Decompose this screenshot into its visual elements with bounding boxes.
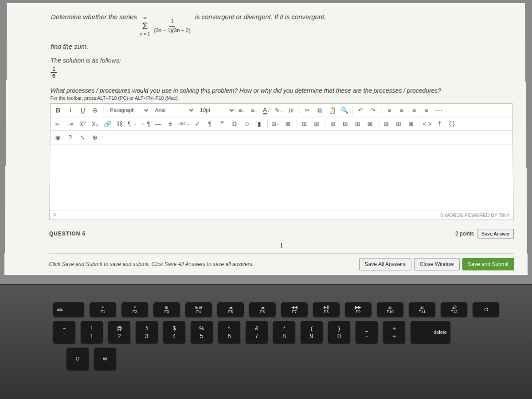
solution-label: The solution is as follows: xyxy=(51,57,512,64)
key-f2: ☀F2 xyxy=(121,302,148,317)
unlink-button[interactable]: ⛓ xyxy=(114,118,125,129)
close-window-button[interactable]: Close Window xyxy=(414,258,460,270)
key-1: !1 xyxy=(81,321,103,343)
table-button[interactable]: ⊞ ⌄ xyxy=(270,118,282,129)
bullet-list-button[interactable]: ≡ ⌄ xyxy=(236,105,247,116)
key-f11: 🔉F11 xyxy=(409,302,435,317)
rtl-button[interactable]: ←¶ xyxy=(139,118,151,129)
cell-delete-button[interactable]: ⊠ xyxy=(405,118,417,129)
font-size-select[interactable]: 10pt xyxy=(196,105,235,116)
key-f6: ☁F6 xyxy=(249,302,276,317)
insert-col-left-button[interactable]: ⊞ xyxy=(327,118,339,129)
rich-text-editor: B I U S Paragraph Arial 10pt ≡ ⌄ ≡ ⌄ A ⌄… xyxy=(49,103,514,220)
undo-button[interactable]: ↶ xyxy=(355,105,367,116)
question-line-1: Determine whether the series ∞ Σ n = 1 1… xyxy=(51,12,512,38)
strike-button[interactable]: S xyxy=(90,105,101,116)
spellcheck-button[interactable]: ABC ⌄ xyxy=(177,118,191,129)
key-2: @2 xyxy=(108,321,130,343)
more-button[interactable]: ⋯ xyxy=(433,105,444,116)
subquestion-text: What processes / procedures would you us… xyxy=(50,87,512,94)
key-7: &7 xyxy=(246,321,268,343)
key-8: *8 xyxy=(273,321,295,343)
cut-button[interactable]: ✂ xyxy=(301,105,313,116)
redo-button[interactable]: ↷ xyxy=(367,105,379,116)
add-button[interactable]: ⊕ xyxy=(89,132,101,143)
key-f7: ◀◀F7 xyxy=(281,302,308,317)
insert-col-right-button[interactable]: ⊞ xyxy=(340,118,351,129)
key-9: (9 xyxy=(301,321,323,343)
insert-row-below-button[interactable]: ⊞ xyxy=(311,118,322,129)
save-and-submit-button[interactable]: Save and Submit xyxy=(462,258,514,270)
editor-content-area[interactable] xyxy=(50,145,513,211)
checkmark-button[interactable]: ✓ xyxy=(192,118,203,129)
key-minus: _- xyxy=(356,321,378,343)
code-sample-button[interactable]: {;} xyxy=(446,118,458,129)
hr-button[interactable]: — xyxy=(153,118,164,129)
key-delete: delete xyxy=(411,321,450,343)
code-view-button[interactable]: < > xyxy=(421,118,433,129)
key-esc: esc xyxy=(53,302,84,317)
key-6: ^6 xyxy=(218,321,240,343)
anchor-button[interactable]: ▮ xyxy=(254,118,265,129)
key-5: %5 xyxy=(191,321,213,343)
bold-button[interactable]: B xyxy=(52,105,64,116)
outdent-button[interactable]: ⇤ xyxy=(52,118,64,129)
toolbar-hint: For the toolbar, press ALT+F10 (PC) or A… xyxy=(50,95,512,101)
search-button[interactable]: 🔍 xyxy=(339,105,350,116)
font-family-select[interactable]: Arial xyxy=(151,105,195,116)
italic-button[interactable]: I xyxy=(65,105,76,116)
preview-button[interactable]: ◉ xyxy=(52,132,64,143)
text-color-button[interactable]: A ⌄ xyxy=(261,105,272,116)
table-props-button[interactable]: ⊠ xyxy=(364,118,376,129)
copy-button[interactable]: ⧉ xyxy=(314,105,325,116)
insert-row-above-button[interactable]: ⊞ xyxy=(298,118,310,129)
save-answer-button[interactable]: Save Answer xyxy=(477,229,514,239)
editor-path[interactable]: P xyxy=(53,212,56,218)
blockquote-button[interactable]: ❞ xyxy=(216,118,228,129)
key-w: W xyxy=(94,348,116,370)
help-button[interactable]: ? xyxy=(64,132,76,143)
align-justify-button[interactable]: ≡ xyxy=(421,105,432,116)
fullscreen-button[interactable]: ⤡ xyxy=(77,132,88,143)
subscript-button[interactable]: X₂ xyxy=(89,118,101,129)
key-f1: ☀F1 xyxy=(90,302,116,317)
highlight-button[interactable]: ✎ ⌄ xyxy=(273,105,285,116)
question-5-title: QUESTION 5 xyxy=(49,231,86,237)
key-f9: ▶▶F9 xyxy=(345,302,372,317)
key-f12: 🔊F12 xyxy=(441,302,467,317)
key-equals: += xyxy=(383,321,405,343)
cell-insert-button[interactable]: ⊞ xyxy=(380,118,392,129)
toolbar-row-1: B I U S Paragraph Arial 10pt ≡ ⌄ ≡ ⌄ A ⌄… xyxy=(51,104,512,117)
key-f3: ⊞F3 xyxy=(153,302,180,317)
save-all-answers-button[interactable]: Save All Answers xyxy=(359,258,411,270)
ltr-button[interactable]: ¶→ xyxy=(126,118,139,129)
key-f8: ▶||F8 xyxy=(313,302,340,317)
accessibility-button[interactable]: † xyxy=(434,118,445,129)
align-right-button[interactable]: ≡ xyxy=(408,105,420,116)
paragraph-button[interactable]: ¶ xyxy=(204,118,215,129)
merge-cells-button[interactable]: ⊞ xyxy=(352,118,363,129)
clear-format-button[interactable]: Ix xyxy=(286,105,297,116)
question-5-points: 2 points xyxy=(455,231,474,237)
number-list-button[interactable]: ≡ ⌄ xyxy=(248,105,260,116)
paste-button[interactable]: 📋 xyxy=(326,105,338,116)
block-format-select[interactable]: Paragraph xyxy=(106,105,149,116)
nbsp-button[interactable]: ± xyxy=(164,118,176,129)
key-f10: 🔈F10 xyxy=(377,302,403,317)
q5-number: 1 xyxy=(49,242,514,249)
align-center-button[interactable]: ≡ xyxy=(396,105,407,116)
link-button[interactable]: 🔗 xyxy=(102,118,113,129)
key-tilde: ~` xyxy=(53,321,75,343)
indent-button[interactable]: ⇥ xyxy=(65,118,76,129)
cell-props-button[interactable]: ⊞ xyxy=(393,118,404,129)
key-f4: ⊞⊞F4 xyxy=(185,302,212,317)
align-left-button[interactable]: ≡ xyxy=(383,105,395,116)
emoji-button[interactable]: ☺ xyxy=(241,118,253,129)
key-q: Q xyxy=(66,348,89,370)
underline-button[interactable]: U xyxy=(77,105,89,116)
special-char-button[interactable]: Ω xyxy=(229,118,240,129)
key-power: ⏻ xyxy=(473,302,499,317)
table-delete-button[interactable]: ⊠ xyxy=(282,118,293,129)
superscript-button[interactable]: X² xyxy=(77,118,88,129)
key-3: #3 xyxy=(136,321,158,343)
